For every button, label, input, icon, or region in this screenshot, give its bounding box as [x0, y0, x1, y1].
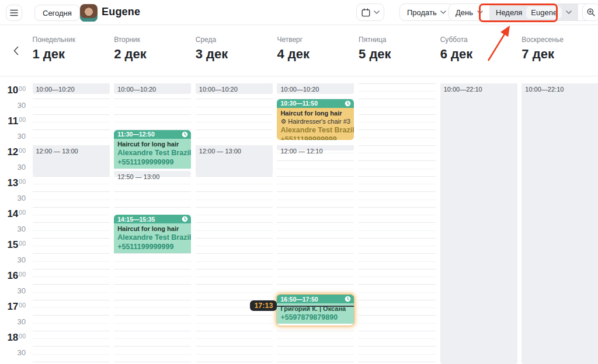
appointment-time-header: 16:50—17:50: [277, 295, 354, 303]
week-header: Понедельник1 декВторник2 декСреда3 декЧе…: [0, 25, 598, 76]
chevron-down-icon: [374, 10, 380, 14]
calendar-picker-button[interactable]: [356, 4, 384, 21]
busy-slot-label: 10:00—22:10: [440, 85, 486, 94]
busy-slot: 12:50 — 13:00: [114, 171, 191, 176]
time-label-half: 30: [0, 317, 26, 326]
day-column-wed[interactable]: 10:00—10:2012:00 — 13:00: [196, 83, 273, 364]
top-bar: Сегодня Eugene Продать День: [0, 0, 598, 25]
time-label-hour: 1800: [0, 332, 26, 344]
day-column-fri[interactable]: [359, 83, 436, 364]
sell-label: Продать: [407, 8, 437, 17]
time-label-hour: 1300: [0, 177, 26, 189]
view-day-tab[interactable]: День: [449, 4, 489, 20]
appointment-card[interactable]: 14:15—15:35Haircut for long hairAlexandr…: [114, 215, 191, 256]
appointment-client: Alexandre Test Brazil: [117, 148, 187, 158]
busy-slot: 12:00 — 13:00: [196, 145, 273, 176]
day-header-6: Суббота6 дек: [440, 36, 517, 62]
time-label-half: 30: [0, 256, 26, 264]
chevron-down-icon: [477, 10, 483, 14]
busy-slot-label: 12:50 — 13:00: [114, 173, 163, 180]
clock-icon: [182, 216, 188, 222]
time-label-hour: 1000: [0, 85, 26, 96]
appointment-time: 10:30—11:50: [280, 100, 318, 107]
appointment-time: 16:50—17:50: [280, 296, 318, 303]
search-button[interactable]: [582, 4, 598, 21]
day-date: 4 дек: [277, 47, 354, 62]
day-header-7: Воскресенье7 дек: [521, 36, 598, 62]
day-date: 3 дек: [196, 47, 273, 62]
day-header-4: Четверг4 дек: [277, 36, 354, 62]
appointment-time: 11:30—12:50: [117, 131, 155, 138]
time-label-half: 30: [0, 348, 26, 357]
day-date: 6 дек: [440, 47, 517, 62]
busy-slot: 10:00—10:20: [114, 83, 191, 94]
appointment-card[interactable]: 10:30—11:50Haircut for long hair⚙ Hairdr…: [277, 99, 354, 141]
staff-avatar[interactable]: [80, 4, 98, 22]
clock-icon: [345, 296, 351, 302]
day-name: Пятница: [359, 36, 436, 44]
time-label-half: 30: [0, 132, 26, 141]
time-label-half: 30: [0, 163, 26, 172]
appointment-time-header: 11:30—12:50: [114, 130, 191, 139]
appointment-body: Haircut for long hairAlexandre Test Braz…: [114, 139, 191, 169]
time-label-half: 30: [0, 225, 26, 233]
time-label-hour: 1600: [0, 270, 26, 282]
busy-slot: 10:00—10:20: [33, 83, 110, 94]
busy-slot: 10:00—22:10: [440, 83, 517, 364]
day-name: Суббота: [440, 36, 517, 44]
appointment-card[interactable]: 11:30—12:50Haircut for long hairAlexandr…: [114, 130, 191, 172]
appointment-title: Haircut for long hair: [280, 109, 350, 117]
appointment-client: Alexandre Test Brazil: [280, 125, 350, 135]
day-name: Вторник: [114, 36, 191, 44]
day-name: Понедельник: [33, 36, 110, 44]
view-week-tab[interactable]: Неделя Eugene: [489, 4, 578, 20]
day-name: Среда: [196, 36, 273, 44]
view-week-label: Неделя: [496, 8, 522, 17]
day-date: 2 дек: [114, 47, 191, 62]
busy-slot: 10:00—10:20: [196, 83, 273, 94]
appointment-body: Haircut for long hairAlexandre Test Braz…: [114, 223, 191, 253]
appointment-phone: +5511199999999: [280, 135, 350, 141]
busy-slot-label: 12:00 — 13:00: [196, 146, 245, 156]
view-day-label: День: [456, 8, 473, 17]
time-label-hour: 1500: [0, 239, 26, 251]
busy-slot-label: 10:00—10:20: [196, 85, 241, 94]
day-date: 5 дек: [359, 47, 436, 62]
appointment-time-header: 14:15—15:35: [114, 215, 191, 223]
day-column-thu[interactable]: 10:00—10:2010:30—11:50Haircut for long h…: [277, 83, 354, 364]
busy-slot: 10:00—22:10: [521, 83, 598, 364]
busy-slot: 12:00 — 12:10: [277, 145, 354, 150]
time-label-half: 30: [0, 286, 26, 295]
time-label-hour: 1200: [0, 146, 26, 158]
day-column-mon[interactable]: 10:00—10:2012:00 — 13:00: [33, 83, 110, 364]
menu-button[interactable]: [6, 5, 22, 21]
busy-slot-label: 12:00 — 12:10: [277, 148, 326, 155]
appointment-phone: +5511199999999: [117, 242, 187, 251]
time-label-hour: 1700: [0, 301, 26, 313]
calendar-grid: 1000301100301200301300301400301500301600…: [0, 76, 598, 364]
clock-icon: [182, 131, 188, 138]
day-header-1: Понедельник1 дек: [33, 36, 110, 62]
staff-name: Eugene: [102, 6, 140, 18]
previous-week-button[interactable]: [9, 44, 22, 57]
day-column-sun[interactable]: 10:00—22:10: [521, 83, 598, 364]
today-button[interactable]: Сегодня: [34, 5, 80, 21]
search-plus-icon: [586, 8, 596, 17]
day-column-sat[interactable]: 10:00—22:10: [440, 83, 517, 364]
appointment-card[interactable]: 16:50—17:50Григорий К. | Оксана+55978798…: [277, 295, 354, 326]
appointment-time: 14:15—15:35: [117, 216, 155, 223]
sell-button[interactable]: Продать: [399, 4, 454, 21]
busy-slot-label: 12:00 — 13:00: [33, 146, 82, 156]
calendar-icon: [361, 8, 370, 17]
view-switcher: День Неделя Eugene: [448, 4, 598, 21]
clock-icon: [345, 100, 351, 107]
time-label-hour: 1400: [0, 208, 26, 220]
day-name: Четверг: [277, 36, 354, 44]
appointment-title: Haircut for long hair: [117, 140, 187, 148]
view-week-user-pill: Eugene: [526, 6, 562, 19]
day-date: 1 дек: [33, 47, 110, 62]
appointment-phone: +5597879879890: [280, 313, 350, 322]
day-column-tue[interactable]: 10:00—10:2011:30—12:50Haircut for long h…: [114, 83, 191, 364]
today-label: Сегодня: [43, 9, 72, 18]
busy-slot-label: 10:00—10:20: [277, 85, 322, 94]
